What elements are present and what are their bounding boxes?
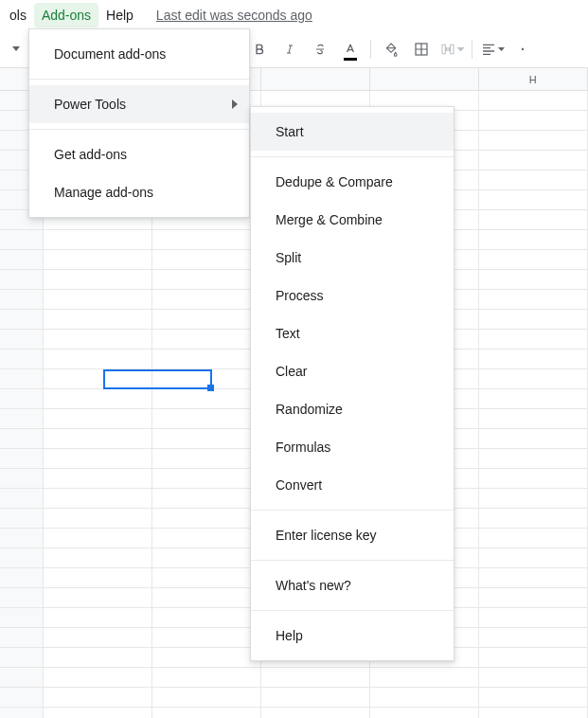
row-header[interactable] [0, 409, 44, 429]
cell[interactable] [152, 548, 261, 568]
cell[interactable] [479, 648, 588, 668]
cell[interactable] [370, 668, 479, 688]
cell[interactable] [479, 708, 588, 718]
col-header-h[interactable]: H [479, 68, 588, 90]
cell[interactable] [44, 369, 152, 389]
cell[interactable] [152, 568, 261, 588]
cell[interactable] [152, 469, 261, 489]
cell[interactable] [44, 529, 152, 548]
cell[interactable] [479, 628, 588, 648]
menuitem-license[interactable]: Enter license key [251, 516, 454, 554]
cell[interactable] [44, 350, 152, 369]
cell[interactable] [479, 210, 588, 230]
cell[interactable] [479, 131, 588, 151]
cell[interactable] [479, 270, 588, 290]
cell[interactable] [152, 628, 261, 648]
cell[interactable] [152, 688, 261, 708]
cell[interactable] [152, 250, 261, 270]
row-header[interactable] [0, 290, 44, 310]
cell[interactable] [479, 91, 588, 111]
cell[interactable] [152, 290, 261, 310]
text-color-button[interactable] [337, 36, 364, 63]
cell[interactable] [479, 409, 588, 429]
cell[interactable] [479, 230, 588, 250]
cell[interactable] [44, 469, 152, 489]
cell[interactable] [479, 111, 588, 131]
cell[interactable] [152, 350, 261, 369]
row-header[interactable] [0, 250, 44, 270]
row-header[interactable] [0, 668, 44, 688]
row-header[interactable] [0, 270, 44, 290]
cell[interactable] [152, 429, 261, 449]
menuitem-process[interactable]: Process [251, 277, 454, 314]
menu-help[interactable]: Help [98, 3, 141, 27]
more-toolbar[interactable]: . [509, 36, 536, 63]
strikethrough-button[interactable] [307, 36, 333, 63]
cell[interactable] [44, 489, 152, 509]
menuitem-help[interactable]: Help [251, 617, 454, 655]
cell[interactable] [44, 628, 152, 648]
cell[interactable] [261, 688, 370, 708]
cell[interactable] [479, 469, 588, 489]
cell[interactable] [479, 668, 588, 688]
row-header[interactable] [0, 369, 44, 389]
cell[interactable] [479, 429, 588, 449]
cell[interactable] [152, 230, 261, 250]
cell[interactable] [44, 310, 152, 330]
cell[interactable] [44, 250, 152, 270]
menuitem-whatsnew[interactable]: What's new? [251, 566, 454, 604]
cell[interactable] [479, 588, 588, 608]
cell[interactable] [44, 230, 152, 250]
cell[interactable] [44, 330, 152, 350]
cell[interactable] [152, 668, 261, 688]
cell[interactable] [44, 568, 152, 588]
cell[interactable] [44, 668, 152, 688]
cell[interactable] [44, 389, 152, 409]
bold-button[interactable] [246, 36, 273, 63]
cell[interactable] [44, 548, 152, 568]
menuitem-document-addons[interactable]: Document add-ons [29, 35, 249, 73]
menuitem-dedupe[interactable]: Dedupe & Compare [251, 163, 454, 201]
menuitem-get-addons[interactable]: Get add-ons [29, 135, 249, 173]
cell[interactable] [479, 548, 588, 568]
cell[interactable] [152, 608, 261, 628]
fill-color-button[interactable] [378, 36, 404, 63]
cell[interactable] [479, 489, 588, 509]
cell[interactable] [479, 310, 588, 330]
menuitem-split[interactable]: Split [251, 239, 454, 277]
row-header[interactable] [0, 389, 44, 409]
row-header[interactable] [0, 509, 44, 529]
cell[interactable] [44, 608, 152, 628]
cell[interactable] [479, 688, 588, 708]
cell[interactable] [152, 270, 261, 290]
menuitem-merge[interactable]: Merge & Combine [251, 201, 454, 239]
last-edit-link[interactable]: Last edit was seconds ago [156, 8, 312, 23]
cell[interactable] [152, 529, 261, 548]
row-header[interactable] [0, 708, 44, 718]
cell[interactable] [152, 389, 261, 409]
cell[interactable] [479, 350, 588, 369]
row-header[interactable] [0, 449, 44, 469]
cell[interactable] [479, 330, 588, 350]
row-header[interactable] [0, 350, 44, 369]
cell[interactable] [479, 290, 588, 310]
row-header[interactable] [0, 230, 44, 250]
menu-addons[interactable]: Add-ons [34, 3, 98, 27]
cell[interactable] [261, 668, 370, 688]
cell[interactable] [479, 529, 588, 548]
row-header[interactable] [0, 648, 44, 668]
cell[interactable] [479, 171, 588, 190]
cell[interactable] [152, 369, 261, 389]
italic-button[interactable] [276, 36, 303, 63]
cell[interactable] [152, 409, 261, 429]
cell[interactable] [44, 290, 152, 310]
cell[interactable] [479, 151, 588, 171]
menuitem-manage-addons[interactable]: Manage add-ons [29, 173, 249, 211]
cell[interactable] [479, 608, 588, 628]
menuitem-start[interactable]: Start [251, 113, 454, 151]
borders-button[interactable] [408, 36, 435, 63]
cell[interactable] [44, 509, 152, 529]
cell[interactable] [479, 250, 588, 270]
row-header[interactable] [0, 529, 44, 548]
row-header[interactable] [0, 310, 44, 330]
